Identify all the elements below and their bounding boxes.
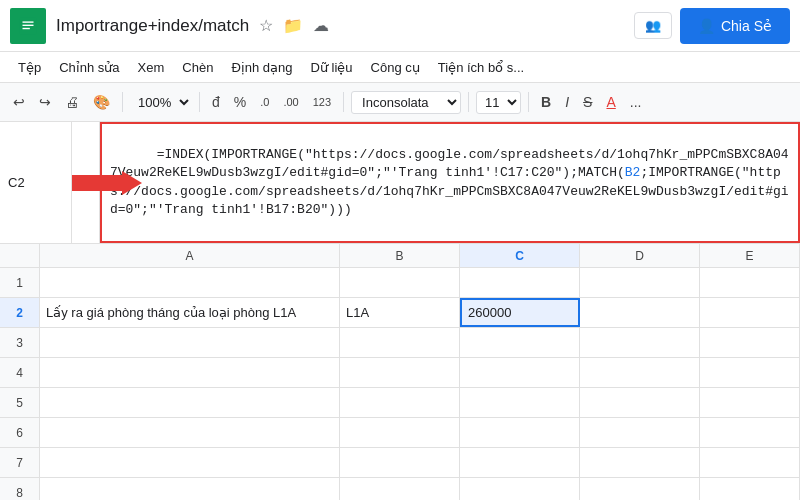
separator-3 [343, 92, 344, 112]
share-label: Chia Sẻ [721, 18, 772, 34]
doc-title-icons: ☆ 📁 ☁ [257, 14, 331, 37]
italic-button[interactable]: I [560, 90, 574, 114]
decimal-zero-button[interactable]: .0 [255, 92, 274, 112]
menu-addons[interactable]: Tiện ích bổ s... [430, 57, 532, 78]
cell-a2[interactable]: Lấy ra giá phòng tháng của loại phòng L1… [40, 298, 340, 327]
cell-a5[interactable] [40, 388, 340, 417]
cell-ref-box: C2 [0, 122, 72, 243]
percent-button[interactable]: % [229, 90, 251, 114]
undo-button[interactable]: ↩ [8, 90, 30, 114]
cell-b4[interactable] [340, 358, 460, 387]
cell-e4[interactable] [700, 358, 800, 387]
cell-ref-value: C2 [8, 175, 25, 190]
cell-d1[interactable] [580, 268, 700, 297]
bold-button[interactable]: B [536, 90, 556, 114]
cell-c8[interactable] [460, 478, 580, 500]
cell-d5[interactable] [580, 388, 700, 417]
svg-rect-2 [23, 24, 34, 25]
share-button[interactable]: 👤 Chia Sẻ [680, 8, 790, 44]
cell-b7[interactable] [340, 448, 460, 477]
arrow-shaft [72, 175, 122, 191]
collab-icon: 👥 [645, 18, 661, 33]
cell-d3[interactable] [580, 328, 700, 357]
decimal-two-button[interactable]: .00 [278, 92, 303, 112]
cell-e1[interactable] [700, 268, 800, 297]
cell-b6[interactable] [340, 418, 460, 447]
cell-c1[interactable] [460, 268, 580, 297]
print-button[interactable]: 🖨 [60, 90, 84, 114]
row-num-6: 6 [0, 418, 40, 447]
zoom-select[interactable]: 100% [130, 92, 192, 113]
cloud-icon[interactable]: ☁ [311, 14, 331, 37]
cell-c3[interactable] [460, 328, 580, 357]
cell-e3[interactable] [700, 328, 800, 357]
cell-d4[interactable] [580, 358, 700, 387]
cell-d8[interactable] [580, 478, 700, 500]
table-row: 5 [0, 388, 800, 418]
top-bar: Importrange+index/match ☆ 📁 ☁ 👥 👤 Chia S… [0, 0, 800, 52]
menu-edit[interactable]: Chỉnh sửa [51, 57, 127, 78]
menu-data[interactable]: Dữ liệu [303, 57, 361, 78]
row-num-8: 8 [0, 478, 40, 500]
cell-a1[interactable] [40, 268, 340, 297]
title-area: Importrange+index/match ☆ 📁 ☁ [56, 14, 634, 37]
star-icon[interactable]: ☆ [257, 14, 275, 37]
row-num-2: 2 [0, 298, 40, 327]
currency-button[interactable]: đ [207, 90, 225, 114]
cell-b8[interactable] [340, 478, 460, 500]
formula-b2-ref: B2 [625, 165, 641, 180]
cell-c5[interactable] [460, 388, 580, 417]
cell-a8[interactable] [40, 478, 340, 500]
top-right-area: 👥 👤 Chia Sẻ [634, 8, 790, 44]
cell-a4[interactable] [40, 358, 340, 387]
formula-bar-wrapper: C2 fx =INDEX(IMPORTRANGE("https://docs.g… [0, 122, 800, 244]
cell-d2[interactable] [580, 298, 700, 327]
cell-d6[interactable] [580, 418, 700, 447]
font-size-selector[interactable]: 11 [476, 91, 521, 114]
menu-bar: Tệp Chỉnh sửa Xem Chèn Định dạng Dữ liệu… [0, 52, 800, 82]
cell-b3[interactable] [340, 328, 460, 357]
cell-e2[interactable] [700, 298, 800, 327]
format-123-button[interactable]: 123 [308, 92, 336, 112]
cell-c6[interactable] [460, 418, 580, 447]
row-num-1: 1 [0, 268, 40, 297]
menu-view[interactable]: Xem [130, 57, 173, 78]
cell-c2[interactable]: 260000 [460, 298, 580, 327]
font-selector[interactable]: Inconsolata [351, 91, 461, 114]
menu-file[interactable]: Tệp [10, 57, 49, 78]
separator-2 [199, 92, 200, 112]
col-header-a: A [40, 244, 340, 267]
cell-e6[interactable] [700, 418, 800, 447]
row-num-7: 7 [0, 448, 40, 477]
cell-b1[interactable] [340, 268, 460, 297]
cell-b2[interactable]: L1A [340, 298, 460, 327]
menu-tools[interactable]: Công cụ [363, 57, 428, 78]
collab-button[interactable]: 👥 [634, 12, 672, 39]
menu-insert[interactable]: Chèn [174, 57, 221, 78]
cell-a6[interactable] [40, 418, 340, 447]
red-arrow-annotation [72, 171, 142, 195]
underline-button[interactable]: A [601, 90, 620, 114]
doc-title: Importrange+index/match ☆ 📁 ☁ [56, 14, 634, 37]
paint-format-button[interactable]: 🎨 [88, 90, 115, 114]
person-icon: 👤 [698, 18, 715, 34]
menu-format[interactable]: Định dạng [223, 57, 300, 78]
table-row: 8 [0, 478, 800, 500]
cell-c4[interactable] [460, 358, 580, 387]
redo-button[interactable]: ↪ [34, 90, 56, 114]
cell-a3[interactable] [40, 328, 340, 357]
folder-icon[interactable]: 📁 [281, 14, 305, 37]
col-header-e: E [700, 244, 800, 267]
rows-container: 1 2 Lấy ra giá phòng tháng của loại phòn… [0, 268, 800, 500]
cell-e8[interactable] [700, 478, 800, 500]
cell-d7[interactable] [580, 448, 700, 477]
strikethrough-button[interactable]: S [578, 90, 597, 114]
toolbar: ↩ ↪ 🖨 🎨 100% đ % .0 .00 123 Inconsolata … [0, 82, 800, 122]
cell-c7[interactable] [460, 448, 580, 477]
more-button[interactable]: ... [625, 90, 647, 114]
formula-content[interactable]: =INDEX(IMPORTRANGE("https://docs.google.… [100, 122, 800, 243]
cell-e7[interactable] [700, 448, 800, 477]
cell-b5[interactable] [340, 388, 460, 417]
cell-a7[interactable] [40, 448, 340, 477]
cell-e5[interactable] [700, 388, 800, 417]
